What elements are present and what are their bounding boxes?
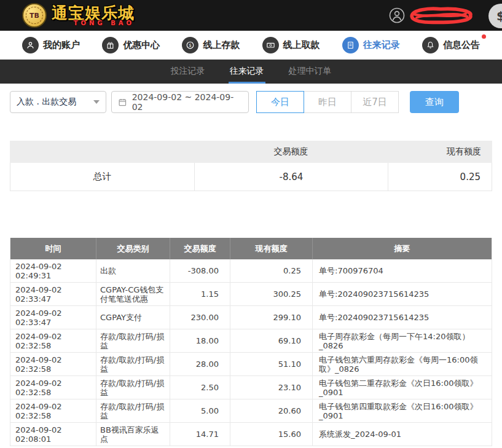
chevron-down-icon — [93, 100, 100, 104]
bell-icon — [422, 37, 439, 53]
tab-transaction-records[interactable]: 往来记录 — [229, 60, 265, 84]
nav-label: 线上取款 — [283, 39, 320, 51]
nav-label: 信息公告 — [443, 39, 480, 51]
header-balance: 现有额度 — [230, 238, 313, 259]
cell-balance: 299.10 — [230, 306, 313, 329]
cell-type: CGPAY支付 — [96, 306, 170, 329]
transactions-table: 时间 交易类别 交易额度 现有额度 摘要 2024-09-02 02:49:31… — [10, 238, 492, 446]
brand: 通宝娱乐城 TONG BAO — [52, 5, 135, 26]
redaction-scribble — [406, 6, 475, 25]
summary-header-amount: 交易额度 — [194, 146, 388, 157]
header-type: 交易类别 — [96, 238, 170, 259]
nav-label: 优惠中心 — [123, 39, 160, 51]
summary-total-amount: -8.64 — [195, 163, 388, 191]
today-button[interactable]: 今日 — [256, 91, 304, 113]
cell-type: 存款/取款/打码/损益 — [96, 329, 170, 352]
table-row: 2024-09-02 02:33:47CGPAY支付230.00299.10单号… — [10, 306, 492, 329]
filter-bar: 入款 . 出款交易 2024-09-02 ~ 2024-09-02 今日 昨日 … — [0, 84, 502, 120]
cell-balance: 23.10 — [230, 376, 313, 399]
svg-text:$: $ — [189, 43, 192, 48]
date-range-input[interactable]: 2024-09-02 ~ 2024-09-02 — [111, 91, 249, 113]
cell-type: CGPAY-CG钱包支付笔笔送优惠 — [96, 283, 170, 305]
topbar: TB 通宝娱乐城 TONG BAO $ — [0, 0, 502, 31]
user-area — [389, 0, 502, 31]
cell-type: 出款 — [96, 259, 170, 282]
cell-balance: 20.60 — [230, 399, 313, 422]
cell-type: BB视讯百家乐返点 — [96, 423, 170, 446]
table-row: 2024-09-02 02:32:58存款/取款/打码/损益28.0051.10… — [10, 353, 492, 376]
cell-time: 2024-09-02 02:08:01 — [10, 423, 96, 446]
user-icon — [22, 37, 39, 53]
nav-item-withdraw[interactable]: 线上取款 — [262, 37, 320, 53]
transaction-type-value: 入款 . 出款交易 — [17, 96, 76, 108]
table-row: 2024-09-02 02:33:47CGPAY-CG钱包支付笔笔送优惠1.15… — [10, 283, 492, 306]
cell-summary: 电子钱包第六重周存款彩金《每周一16:00领取》_0826 — [313, 353, 492, 375]
coin-tb-label: TB — [26, 7, 43, 24]
table-row: 2024-09-02 02:32:58存款/取款/打码/损益18.0069.10… — [10, 329, 492, 353]
nav-label: 往来记录 — [363, 39, 400, 51]
cell-time: 2024-09-02 02:32:58 — [10, 376, 96, 399]
cell-time: 2024-09-02 02:49:31 — [10, 259, 96, 282]
account-icon[interactable] — [389, 7, 405, 23]
cell-balance: 51.10 — [230, 353, 313, 375]
nav-item-announcements[interactable]: 信息公告 — [422, 37, 480, 53]
brand-title: 通宝娱乐城 — [52, 5, 135, 21]
quick-date-buttons: 今日 昨日 近7日 — [256, 91, 399, 113]
calendar-icon — [118, 98, 127, 107]
summary-total-balance: 0.25 — [388, 163, 492, 191]
summary-header: 交易额度 现有额度 — [10, 141, 492, 163]
tab-betting-records[interactable]: 投注记录 — [170, 60, 206, 84]
summary-total-row: 总计 -8.64 0.25 — [10, 163, 492, 191]
table-row: 2024-09-02 02:08:01BB视讯百家乐返点14.7115.60系统… — [10, 423, 492, 446]
main-nav: 我的账户 优惠中心 $ 线上存款 线上取款 — [0, 31, 502, 60]
cell-time: 2024-09-02 02:32:58 — [10, 399, 96, 422]
cell-amount: 5.00 — [170, 399, 230, 422]
cell-type: 存款/取款/打码/损益 — [96, 376, 170, 399]
withdraw-icon — [262, 37, 279, 53]
query-button[interactable]: 查询 — [410, 91, 459, 113]
cell-amount: 2.50 — [170, 376, 230, 399]
cell-balance: 300.25 — [230, 283, 313, 305]
notification-dot — [482, 34, 486, 39]
nav-label: 我的账户 — [43, 39, 80, 51]
cell-summary: 电子钱包第四重取款彩金《次日16:00领取》_0901 — [313, 399, 492, 422]
cell-type: 存款/取款/打码/损益 — [96, 399, 170, 422]
cell-time: 2024-09-02 02:33:47 — [10, 306, 96, 329]
cell-time: 2024-09-02 02:33:47 — [10, 283, 96, 305]
transaction-type-select[interactable]: 入款 . 出款交易 — [10, 91, 106, 113]
cell-amount: -308.00 — [170, 259, 230, 282]
cell-amount: 18.00 — [170, 329, 230, 352]
header-summary: 摘要 — [313, 238, 492, 259]
summary-total-label: 总计 — [10, 163, 195, 191]
cell-summary: 单号:700976704 — [313, 259, 492, 282]
table-row: 2024-09-02 02:32:58存款/取款/打码/损益2.5023.10电… — [10, 376, 492, 399]
cell-summary: 系统派发_2024-09-01 — [313, 423, 492, 446]
cell-amount: 28.00 — [170, 353, 230, 375]
yesterday-button[interactable]: 昨日 — [304, 91, 351, 113]
cell-time: 2024-09-02 02:32:58 — [10, 329, 96, 352]
cell-type: 存款/取款/打码/损益 — [96, 353, 170, 375]
nav-item-records[interactable]: 往来记录 — [342, 37, 400, 53]
cell-summary: 电子周存款彩金（每周一下午14:20领取）_0826 — [313, 329, 492, 352]
cell-amount: 14.71 — [170, 423, 230, 446]
records-icon — [342, 37, 359, 53]
nav-item-my-account[interactable]: 我的账户 — [22, 37, 80, 53]
table-row: 2024-09-02 02:32:58存款/取款/打码/损益5.0020.60电… — [10, 399, 492, 423]
cell-summary: 电子钱包第二重存款彩金《次日16:00领取》_0901 — [313, 376, 492, 399]
nav-item-deposit[interactable]: $ 线上存款 — [182, 37, 240, 53]
nav-item-promotions[interactable]: 优惠中心 — [102, 37, 160, 53]
tab-processing-orders[interactable]: 处理中订单 — [288, 60, 333, 84]
summary-table: 交易额度 现有额度 总计 -8.64 0.25 — [10, 141, 492, 191]
cell-amount: 230.00 — [170, 306, 230, 329]
gift-icon — [102, 37, 119, 53]
last7days-button[interactable]: 近7日 — [351, 91, 399, 113]
brand-coin-logo: TB — [22, 3, 47, 28]
table-row: 2024-09-02 02:49:31出款-308.000.25单号:70097… — [10, 259, 492, 283]
cell-balance: 15.60 — [230, 423, 313, 446]
summary-header-balance: 现有额度 — [388, 146, 492, 157]
cell-balance: 69.10 — [230, 329, 313, 352]
date-range-value: 2024-09-02 ~ 2024-09-02 — [132, 92, 242, 112]
cell-balance: 0.25 — [230, 259, 313, 282]
cell-amount: 1.15 — [170, 283, 230, 305]
cell-time: 2024-09-02 02:32:58 — [10, 353, 96, 375]
